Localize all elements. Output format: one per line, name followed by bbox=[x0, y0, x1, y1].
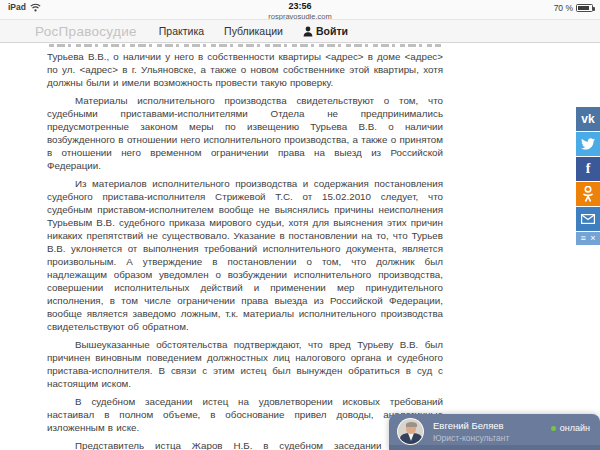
email-share-icon[interactable] bbox=[576, 207, 600, 231]
menu-icon: ≡ bbox=[580, 232, 585, 245]
share-rail: vk f ≡ × bbox=[576, 107, 600, 245]
close-icon: × bbox=[590, 232, 595, 245]
paragraph: В судебном заседании истец на удовлетвор… bbox=[47, 395, 443, 434]
facebook-share-icon[interactable]: f bbox=[576, 157, 600, 181]
court-decision-text: Турьева В.В., о наличии у него в собстве… bbox=[47, 43, 443, 450]
site-logo[interactable]: РосПравосудие bbox=[35, 24, 137, 39]
status-bar-right: 70 % bbox=[554, 3, 593, 13]
chat-widget-footer bbox=[389, 445, 600, 450]
online-status-label: онлайн bbox=[560, 423, 590, 433]
paragraph: Из материалов исполнительного производст… bbox=[47, 177, 443, 333]
twitter-share-icon[interactable] bbox=[576, 132, 600, 156]
paragraph: Турьева В.В., о наличии у него в собстве… bbox=[47, 50, 443, 89]
chat-status: онлайн bbox=[551, 423, 590, 433]
paragraph: Вышеуказанные обстоятельства подтверждаю… bbox=[47, 338, 443, 390]
site-nav-bar: РосПравосудие Практика Публикации Войти bbox=[0, 20, 600, 43]
paragraph: Материалы исполнительного производства с… bbox=[47, 94, 443, 172]
battery-percent-label: 70 % bbox=[554, 3, 573, 13]
safari-ipad-screen: iPad 23:56 rospravosudie.com 70 % РосПра… bbox=[0, 0, 600, 450]
consultant-name: Евгений Беляев bbox=[433, 420, 504, 431]
share-rail-collapse-button[interactable]: ≡ × bbox=[576, 232, 600, 245]
login-button[interactable]: Войти bbox=[303, 25, 348, 37]
odnoklassniki-share-icon[interactable] bbox=[576, 182, 600, 206]
battery-icon bbox=[576, 4, 593, 12]
clipped-text-line bbox=[49, 44, 441, 47]
nav-item-praktika[interactable]: Практика bbox=[159, 25, 204, 37]
user-icon bbox=[303, 26, 313, 37]
clock: 23:56 bbox=[288, 2, 311, 11]
nav-item-publikacii[interactable]: Публикации bbox=[224, 25, 283, 37]
chat-widget[interactable]: Евгений Беляев Юрист-консультант онлайн bbox=[389, 414, 600, 450]
nav-items: Практика Публикации bbox=[159, 25, 283, 37]
online-status-dot bbox=[551, 426, 556, 431]
consultant-role: Юрист-консультант bbox=[433, 433, 509, 443]
consultant-avatar bbox=[397, 418, 424, 445]
paragraph: Представитель истца Жаров Н.Б. в судебно… bbox=[47, 439, 443, 450]
status-bar-center: 23:56 rospravosudie.com bbox=[0, 0, 600, 21]
status-bar: iPad 23:56 rospravosudie.com 70 % bbox=[0, 0, 600, 20]
login-label: Войти bbox=[316, 25, 348, 37]
vk-share-icon[interactable]: vk bbox=[576, 107, 600, 131]
